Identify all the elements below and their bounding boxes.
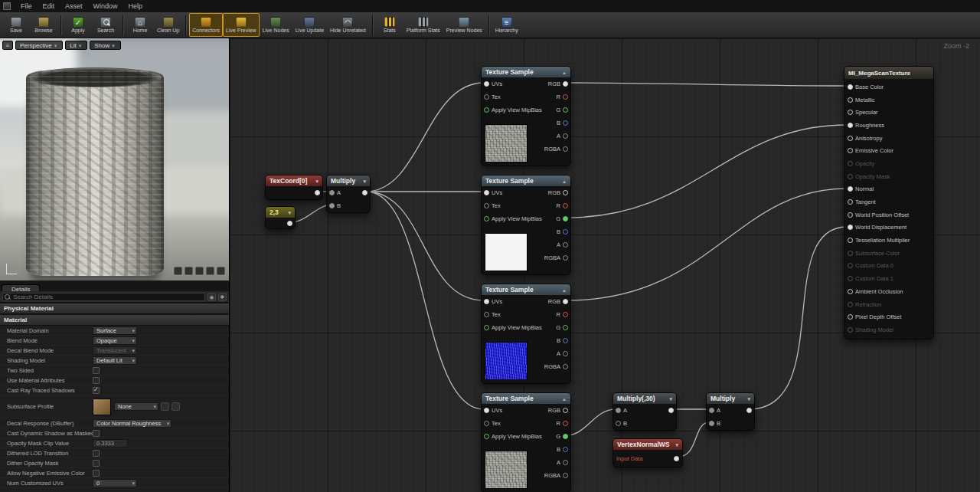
output-pin[interactable] (668, 408, 674, 413)
apply-button[interactable]: Apply (64, 13, 92, 37)
material-result-node[interactable]: MI_MegaScanTexture Base Color Metallic S… (844, 66, 934, 339)
tangent-pin[interactable] (848, 199, 853, 205)
use-selected-asset-icon[interactable] (172, 402, 180, 411)
preview-shape-icon[interactable] (206, 267, 214, 275)
input-pin-a[interactable] (709, 408, 714, 413)
menu-file[interactable]: File (15, 0, 38, 12)
rgba-output-pin[interactable] (563, 146, 568, 152)
rgba-output-pin[interactable] (563, 473, 568, 478)
normal-pin[interactable] (848, 186, 853, 192)
world-displacement-pin[interactable] (848, 225, 853, 230)
hierarchy-button[interactable]: Hierarchy (492, 13, 521, 37)
chevron-down-icon[interactable] (747, 395, 750, 402)
connectors-toggle[interactable]: Connectors (189, 13, 223, 37)
tex-input-pin[interactable] (484, 203, 489, 208)
input-pin-b[interactable] (616, 421, 621, 426)
mipbias-input-pin[interactable] (484, 434, 489, 439)
rgba-output-pin[interactable] (563, 255, 568, 261)
base-color-pin[interactable] (848, 84, 853, 90)
node-header[interactable]: MI_MegaScanTexture (844, 67, 933, 79)
hide-unrelated-toggle[interactable]: Hide Unrelated (327, 13, 369, 37)
pixel-depth-offset-pin[interactable] (848, 314, 853, 320)
decal-response-dropdown[interactable]: Color Normal Roughness (93, 419, 172, 428)
live-update-toggle[interactable]: Live Update (292, 13, 327, 37)
blend-mode-dropdown[interactable]: Opaque (93, 336, 137, 345)
a-output-pin[interactable] (563, 460, 568, 465)
perspective-button[interactable]: Perspective (15, 41, 63, 50)
allow-negative-emissive-color-checkbox[interactable] (93, 470, 100, 477)
r-output-pin[interactable] (563, 421, 568, 426)
g-output-pin[interactable] (563, 107, 568, 113)
chevron-down-icon[interactable] (288, 208, 291, 216)
texcoord-node[interactable]: TexCoord[0] (265, 175, 323, 200)
node-header[interactable]: Texture Sample (482, 284, 570, 295)
details-search-input[interactable] (2, 293, 205, 301)
clean-up-button[interactable]: Clean Up (154, 13, 182, 37)
input-pin-b[interactable] (709, 421, 714, 426)
section-material[interactable]: Material (0, 314, 229, 326)
b-output-pin[interactable] (563, 120, 568, 126)
r-output-pin[interactable] (563, 203, 568, 208)
menu-asset[interactable]: Asset (60, 0, 88, 12)
preview-shape-icon[interactable] (185, 267, 193, 275)
tex-input-pin[interactable] (484, 312, 489, 317)
r-output-pin[interactable] (563, 312, 568, 317)
cast-ray-traced-shadows-checkbox[interactable] (93, 387, 100, 394)
show-button[interactable]: Show (90, 41, 121, 50)
output-pin[interactable] (674, 456, 679, 461)
view-options-icon[interactable] (207, 293, 216, 301)
b-output-pin[interactable] (563, 447, 568, 452)
input-pin-b[interactable] (329, 203, 335, 208)
node-header[interactable]: Texture Sample (482, 393, 570, 404)
specular-pin[interactable] (848, 110, 853, 115)
settings-gear-icon[interactable] (218, 293, 227, 301)
section-physical-material[interactable]: Physical Material (0, 303, 229, 314)
metallic-pin[interactable] (848, 97, 853, 103)
uvs-input-pin[interactable] (484, 81, 489, 87)
mipbias-input-pin[interactable] (484, 216, 489, 221)
g-output-pin[interactable] (563, 216, 568, 221)
dithered-lod-transition-checkbox[interactable] (93, 450, 100, 457)
rgb-output-pin[interactable] (563, 81, 568, 87)
collapse-arrow-icon[interactable] (562, 395, 567, 402)
shading-model-dropdown[interactable]: Default Lit (93, 356, 137, 365)
g-output-pin[interactable] (563, 325, 568, 330)
tex-input-pin[interactable] (484, 421, 489, 426)
a-output-pin[interactable] (563, 242, 568, 248)
texture-sample-node-3[interactable]: Texture Sample UVs Tex Apply View MipBia… (481, 284, 571, 384)
rgba-output-pin[interactable] (563, 364, 568, 369)
platform-stats-button[interactable]: Platform Stats (403, 13, 443, 37)
ambient-occlusion-pin[interactable] (848, 289, 853, 294)
use-material-attributes-checkbox[interactable] (93, 377, 100, 384)
preview-viewport[interactable]: Perspective Lit Show (0, 38, 230, 280)
node-header[interactable]: VertexNormalWS (613, 439, 682, 450)
anisotropy-pin[interactable] (848, 136, 853, 141)
texture-sample-node-1[interactable]: Texture Sample UVs Tex Apply View MipBia… (481, 66, 571, 166)
node-header[interactable]: 2,3 (266, 207, 295, 218)
home-button[interactable]: Home (126, 13, 154, 37)
multiply-node[interactable]: Multiply A B (326, 175, 371, 213)
a-output-pin[interactable] (563, 351, 568, 356)
b-output-pin[interactable] (563, 229, 568, 235)
rgb-output-pin[interactable] (563, 299, 568, 304)
multiply-node-2[interactable]: Multiply A B (706, 392, 755, 431)
output-pin[interactable] (362, 190, 368, 195)
two-sided-checkbox[interactable] (93, 367, 100, 374)
a-output-pin[interactable] (563, 133, 568, 139)
vertex-normal-ws-node[interactable]: VertexNormalWS Input Data (612, 438, 683, 467)
node-header[interactable]: Multiply (327, 175, 370, 186)
rgb-output-pin[interactable] (563, 408, 568, 413)
lit-button[interactable]: Lit (65, 41, 87, 50)
emissive-color-pin[interactable] (848, 148, 853, 153)
preview-nodes-button[interactable]: Preview Nodes (443, 13, 485, 37)
node-header[interactable]: Multiply (707, 393, 754, 404)
node-header[interactable]: Multiply(,30) (613, 393, 676, 404)
uvs-input-pin[interactable] (484, 299, 489, 304)
browse-button[interactable]: Browse (30, 13, 57, 37)
collapse-arrow-icon[interactable] (562, 286, 567, 294)
tessellation-multiplier-pin[interactable] (848, 238, 853, 243)
preview-shape-icon[interactable] (217, 267, 225, 275)
chevron-down-icon[interactable] (675, 441, 678, 448)
uvs-input-pin[interactable] (484, 408, 489, 413)
subsurface-profile-dropdown[interactable]: None (114, 402, 158, 411)
